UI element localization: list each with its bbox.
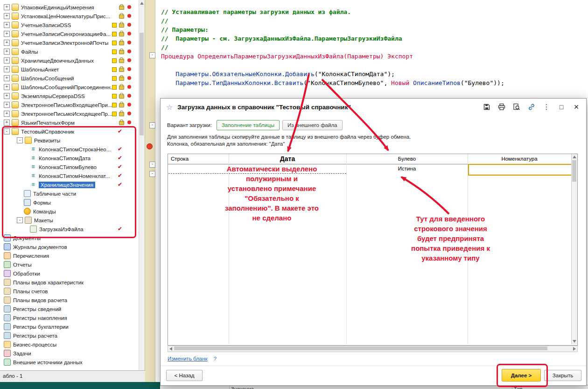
tree-item-label[interactable]: Регистры накопления bbox=[13, 315, 67, 321]
tree-item[interactable]: Отчеты bbox=[0, 260, 138, 269]
tree-item[interactable]: +УстановкаЦенНоменклатурыПрис... bbox=[0, 12, 138, 21]
edit-form-link[interactable]: Изменить бланк bbox=[168, 356, 208, 361]
tree-item[interactable]: +ЭкземплярыСервераDSS bbox=[0, 92, 138, 100]
tree-item-label[interactable]: ЭлектронноеПисьмоВходящееПри... bbox=[21, 102, 112, 108]
expand-icon[interactable]: + bbox=[4, 4, 10, 10]
tree-item-label[interactable]: ШаблоныСообщенийПрисоединенн... bbox=[21, 85, 115, 90]
dialog-titlebar[interactable]: ☆ Загрузка данных в справочник "Тестовый… bbox=[161, 99, 586, 115]
tree-item-label[interactable]: Обработки bbox=[13, 271, 40, 276]
tree-item[interactable]: +ШаблоныАнкет bbox=[0, 65, 138, 74]
column-header[interactable]: Строка bbox=[168, 154, 231, 164]
tree-item-label[interactable]: Планы видов расчета bbox=[13, 297, 67, 303]
scroll-up-icon[interactable] bbox=[573, 156, 576, 158]
tree-item[interactable]: +ШаблоныСообщений bbox=[0, 74, 138, 83]
collapse-icon[interactable]: - bbox=[4, 128, 10, 134]
tab-tablo[interactable]: абло - 1 bbox=[3, 373, 22, 379]
tree-item[interactable]: +УпаковкиЕдиницыИзмерения bbox=[0, 3, 138, 12]
expand-icon[interactable]: + bbox=[4, 40, 10, 46]
tree-item[interactable]: +УчетныеЗаписиDSS bbox=[0, 21, 138, 29]
column-header[interactable]: Булево bbox=[346, 154, 468, 164]
tree-item-label[interactable]: Бизнес-процессы bbox=[13, 342, 56, 347]
expand-icon[interactable]: + bbox=[4, 120, 10, 126]
breakpoint-marker-icon[interactable] bbox=[147, 143, 153, 149]
expand-icon[interactable]: + bbox=[4, 66, 10, 72]
tree-item-label[interactable]: Табличные части bbox=[33, 191, 76, 197]
expand-icon[interactable]: + bbox=[4, 102, 10, 108]
tree-item-label[interactable]: Документы bbox=[13, 235, 41, 241]
tree-item-label[interactable]: УчетныеЗаписиDSS bbox=[21, 22, 71, 28]
table-cell[interactable] bbox=[168, 164, 229, 173]
print-icon[interactable] bbox=[497, 103, 506, 111]
tree-item-label[interactable]: Планы счетов bbox=[13, 289, 48, 294]
tree-item[interactable]: ≡ХранилищеЗначения✔ bbox=[0, 180, 138, 189]
tree-item-label[interactable]: ЭкземплярыСервераDSS bbox=[21, 93, 85, 99]
tree-item[interactable]: Планы счетов bbox=[0, 287, 138, 296]
tree-item[interactable]: Табличные части bbox=[0, 189, 138, 198]
code-fold-icon[interactable]: - bbox=[149, 122, 155, 128]
tree-item-label[interactable]: ЯзыкиПечатныхФорм bbox=[21, 120, 75, 126]
tree-item-label[interactable]: ШаблоныАнкет bbox=[21, 67, 59, 72]
tree-item[interactable]: ≡КолонкаСТипомДата✔ bbox=[0, 154, 138, 163]
column-header[interactable]: Номенклатура bbox=[468, 154, 571, 164]
expand-icon[interactable]: + bbox=[4, 111, 10, 117]
tree-item[interactable]: Внешние источники данных bbox=[0, 358, 138, 367]
expand-icon[interactable]: + bbox=[4, 31, 10, 37]
tree-item-label[interactable]: ХранилищеЗначения bbox=[39, 182, 95, 188]
tree-item[interactable]: Планы видов характеристик bbox=[0, 278, 138, 287]
tree-item-label[interactable]: Перечисления bbox=[13, 253, 49, 259]
tree-item-label[interactable]: ШаблоныСообщений bbox=[21, 76, 74, 81]
favorite-star-icon[interactable]: ☆ bbox=[166, 103, 173, 112]
tree-item[interactable]: Документы bbox=[0, 233, 138, 242]
variant-fill-table-button[interactable]: Заполнение таблицы bbox=[217, 120, 280, 130]
collapse-icon[interactable]: - bbox=[17, 217, 23, 223]
tree-item-label[interactable]: УчетныеЗаписиЭлектроннойПочты bbox=[21, 40, 108, 46]
tree-item[interactable]: ≡КолонкаСТипомБулево✔ bbox=[0, 163, 138, 171]
tree-item[interactable]: ≡КолонкаСТипомСтрокаНео...✔ bbox=[0, 145, 138, 154]
tree-vertical-scrollbar[interactable] bbox=[139, 0, 145, 382]
tree-item[interactable]: Обработки bbox=[0, 269, 138, 278]
tree-item[interactable]: Регистры сведений bbox=[0, 304, 138, 313]
tree-item[interactable]: +УчетныеЗаписиЭлектроннойПочты bbox=[0, 38, 138, 47]
code-fold-icon[interactable]: - bbox=[149, 162, 155, 168]
column-header[interactable]: Дата bbox=[229, 154, 346, 164]
tree-item[interactable]: Команды bbox=[0, 207, 138, 216]
tree-item-label[interactable]: ХранилищеДвоичныхДанных bbox=[21, 58, 94, 64]
tree-item[interactable]: Регистры накопления bbox=[0, 313, 138, 322]
tree-item[interactable]: Планы видов расчета bbox=[0, 296, 138, 304]
expand-icon[interactable]: + bbox=[4, 84, 10, 90]
help-link[interactable]: ? bbox=[214, 356, 217, 361]
tree-item[interactable]: +ЭлектронноеПисьмоИсходящееПр... bbox=[0, 109, 138, 118]
tree-item-label[interactable]: Задачи bbox=[13, 351, 31, 356]
tree-item-label[interactable]: Регистры сведений bbox=[13, 306, 61, 312]
table-horizontal-scrollbar[interactable] bbox=[168, 346, 578, 352]
tree-scroll-thumb[interactable] bbox=[140, 33, 144, 135]
expand-icon[interactable]: + bbox=[4, 75, 10, 81]
tree-item[interactable]: +ЭлектронноеПисьмоВходящееПри... bbox=[0, 100, 138, 109]
tree-item[interactable]: +ЯзыкиПечатныхФорм bbox=[0, 118, 138, 127]
tree-item[interactable]: +УчетныеЗаписиСинхронизацииФа... bbox=[0, 29, 138, 38]
tree-item[interactable]: Регистры бухгалтерии bbox=[0, 322, 138, 331]
tree-item-label[interactable]: Внешние источники данных bbox=[13, 360, 83, 365]
next-button[interactable]: Далее > bbox=[502, 369, 541, 382]
tree-item-label[interactable]: КолонкаСТипомДата bbox=[39, 156, 91, 161]
code-fold-icon[interactable]: - bbox=[149, 171, 155, 177]
tree-item-label[interactable]: ЗагрузкаИзФайла bbox=[39, 226, 84, 232]
tree-item[interactable]: +Файлы bbox=[0, 47, 138, 56]
tree-item[interactable]: ЗагрузкаИзФайла✔ bbox=[0, 225, 138, 233]
variant-external-file-button[interactable]: Из внешнего файла bbox=[282, 120, 342, 130]
tree-item[interactable]: Бизнес-процессы bbox=[0, 340, 138, 349]
tree-item-label[interactable]: УпаковкиЕдиницыИзмерения bbox=[21, 5, 94, 10]
table-cell[interactable] bbox=[229, 164, 346, 173]
table-hscroll-thumb[interactable] bbox=[174, 347, 547, 350]
expand-icon[interactable]: + bbox=[4, 93, 10, 99]
tree-item[interactable]: -Макеты bbox=[0, 216, 138, 225]
tree-item-label[interactable]: Формы bbox=[33, 200, 51, 205]
tree-item-label[interactable]: Регистры расчета bbox=[13, 333, 57, 339]
tree-item-label[interactable]: Команды bbox=[33, 209, 56, 214]
tree-item-label[interactable]: Реквизиты bbox=[34, 138, 60, 143]
close-icon[interactable]: × bbox=[572, 103, 581, 111]
tree-item[interactable]: +ШаблоныСообщенийПрисоединенн... bbox=[0, 83, 138, 92]
expand-icon[interactable]: + bbox=[4, 57, 10, 64]
tree-item-label[interactable]: КолонкаСТипомНоменклат... bbox=[39, 173, 110, 179]
maximize-icon[interactable]: □ bbox=[557, 103, 566, 111]
